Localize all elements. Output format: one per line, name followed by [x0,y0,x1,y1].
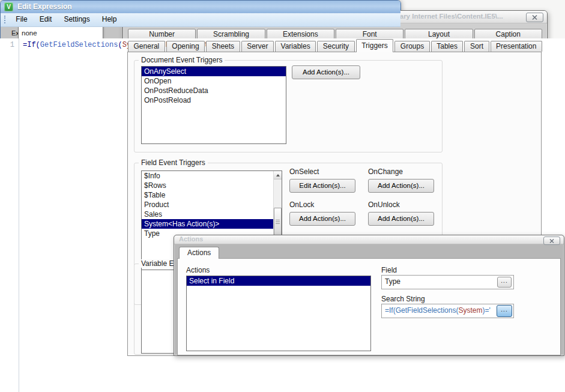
browse-button[interactable]: ... [497,277,512,288]
event-label: OnLock [289,201,368,209]
menu-items: FileEditSettingsHelp [10,13,122,23]
add-actions-button[interactable]: Add Action(s)... [292,65,360,79]
list-item[interactable]: Product [142,200,274,210]
field-value: Type [385,277,400,286]
field-label: Field [381,266,397,274]
list-item[interactable]: OnPostReload [142,95,286,105]
search-string-value: =If(GetFieldSelections(System)=' [385,306,491,315]
list-item[interactable]: $Rows [142,181,274,190]
group-label: Document Event Triggers [139,56,225,64]
close-button[interactable] [543,237,560,245]
tab[interactable]: Groups [394,41,429,52]
menu-item[interactable]: Help [96,13,123,23]
expression-token: System [458,306,482,315]
browse-button-focused[interactable]: ... [497,305,512,317]
line-number: 1 [0,38,19,392]
group-label: Field Event Triggers [139,158,208,167]
scroll-thumb[interactable] [274,208,282,237]
expression-token: )=' [482,306,490,315]
tab-row-bottom: GeneralOpeningSheetsServerVariablesSecur… [128,40,542,52]
menu-item[interactable]: Settings [58,13,95,23]
list-item[interactable]: OnOpen [142,76,286,86]
close-icon [532,15,537,20]
qlikview-icon: V [4,2,13,11]
menu-item[interactable]: Edit [34,13,58,23]
event-cell: OnLock Add Action(s)... [289,201,368,226]
tab[interactable]: Variables [275,41,316,52]
list-item[interactable]: OnPostReduceData [142,86,286,95]
desktop: Type FirstnoneSecond System IBMMicrosoft… [0,0,565,392]
event-action-button[interactable]: Add Action(s)... [368,212,434,226]
actions-tab-page: Actions Select in Field Field Type ... S… [177,258,561,355]
list-item[interactable]: Select in Field [187,276,370,286]
actions-list[interactable]: Select in Field [186,276,371,351]
document-triggers-list[interactable]: OnAnySelectOnOpenOnPostReduceDataOnPostR… [141,66,286,144]
event-label: OnUnlock [368,201,436,209]
tab[interactable]: Presentation [491,41,542,52]
tab[interactable]: Sheets [206,41,240,52]
code-token: ( [118,41,122,49]
title-bar[interactable]: Actions [174,235,564,244]
menu-bar: FileEditSettingsHelp [1,13,400,27]
tab[interactable]: Tables [431,41,464,52]
list-item[interactable]: $Info [142,171,274,181]
field-input[interactable]: Type ... [381,275,514,289]
event-cell: OnChange Add Action(s)... [368,167,436,193]
close-button[interactable] [526,13,543,22]
tab[interactable]: Opening [166,41,205,52]
close-icon [549,239,554,243]
event-label: OnChange [368,167,436,176]
tab[interactable]: Security [317,41,354,52]
event-cell: OnSelect Edit Action(s)... [289,167,368,193]
scroll-up-button[interactable] [274,171,282,179]
tab[interactable]: General [128,41,165,52]
event-action-button[interactable]: Add Action(s)... [368,179,434,193]
list-item[interactable]: Sales [142,210,274,219]
list-item[interactable]: $Table [142,190,274,200]
event-action-button[interactable]: Add Action(s)... [289,212,355,226]
toolbar-grip-icon[interactable] [4,16,5,23]
search-string-input[interactable]: =If(GetFieldSelections(System)=' ... [381,304,514,318]
expression-token: =If(GetFieldSelections( [385,306,458,315]
actions-list-label: Actions [186,266,210,274]
tab[interactable]: Triggers [356,39,394,52]
arrow-up-icon [276,174,280,176]
code-token: GetFieldSelections [40,41,118,49]
tab[interactable]: Server [241,41,274,52]
field-event-buttons: OnSelect Edit Action(s)... OnChange Add … [289,167,437,226]
code-token: =If( [23,41,40,49]
search-string-label: Search String [381,295,425,303]
tab-actions[interactable]: Actions [179,247,219,259]
title-bar[interactable]: V Edit Expression [1,1,400,13]
tab[interactable]: Sort [464,41,489,52]
event-label: OnSelect [289,167,368,176]
actions-dialog: Actions Actions Actions Select in Field … [174,235,564,356]
dialog-title: Actions [179,235,203,243]
list-item[interactable]: System<Has Action(s)> [142,219,274,229]
event-action-button[interactable]: Edit Action(s)... [289,179,355,193]
list-item[interactable]: OnAnySelect [142,67,286,76]
dialog-title: Edit Expression [17,2,72,11]
list-item[interactable]: none [19,29,103,38]
field-triggers-items: $Info$Rows$TableProductSalesSystem<Has A… [142,171,282,238]
menu-item[interactable]: File [10,13,33,23]
event-cell: OnUnlock Add Action(s)... [368,201,436,226]
